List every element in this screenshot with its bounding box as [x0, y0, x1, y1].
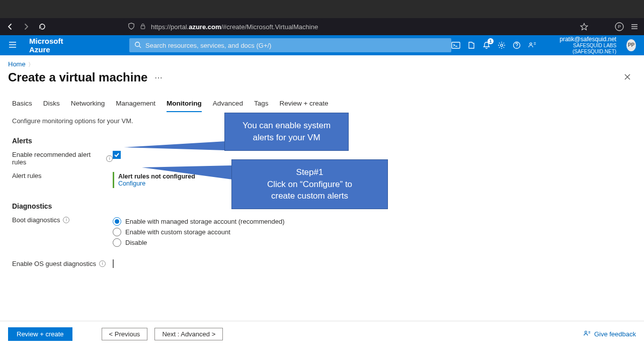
radio-label: Enable with managed storage account (rec…	[125, 218, 285, 225]
help-icon[interactable]	[513, 40, 521, 50]
shield-icon	[128, 23, 135, 31]
radio-icon	[113, 238, 121, 247]
user-email: pratik@safesquid.net	[547, 36, 616, 43]
global-search-input[interactable]	[145, 42, 446, 49]
radio-label: Enable with custom storage account	[125, 228, 230, 236]
previous-button[interactable]: < Previous	[102, 328, 148, 340]
tab-networking[interactable]: Networking	[71, 100, 105, 112]
tab-tags[interactable]: Tags	[254, 100, 269, 112]
svg-rect-0	[141, 26, 145, 29]
brand-label[interactable]: Microsoft Azure	[29, 37, 69, 54]
breadcrumb: Home 〉	[0, 55, 644, 70]
tab-management[interactable]: Management	[116, 100, 155, 112]
radio-boot-disable[interactable]: Disable	[113, 237, 632, 248]
callout-pointer-icon	[142, 165, 232, 179]
radio-boot-custom[interactable]: Enable with custom storage account	[113, 227, 632, 237]
wizard-footer: Review + create < Previous Next : Advanc…	[0, 321, 644, 347]
checkbox-os-guest-diagnostics[interactable]	[113, 259, 114, 268]
svg-point-5	[501, 44, 503, 47]
callout-text: create custom alerts	[271, 190, 348, 202]
more-actions-icon[interactable]: ⋯	[154, 73, 163, 82]
breadcrumb-home[interactable]: Home	[8, 60, 26, 68]
radio-label: Disable	[125, 239, 147, 246]
browser-tabstrip	[0, 0, 644, 18]
browser-toolbar: https://portal.azure.com/#create/Microso…	[0, 18, 644, 35]
callout-text: Click on “Configure” to	[267, 178, 352, 191]
label-boot-diagnostics: Boot diagnostics	[12, 216, 60, 224]
user-org: SAFESQUID LABS (SAFESQUID.NET)	[547, 43, 616, 55]
checkbox-enable-recommended-alerts[interactable]	[113, 151, 121, 159]
annotation-callout-enable-alerts: You can enable system alerts for your VM	[224, 113, 349, 151]
tab-disks[interactable]: Disks	[43, 100, 60, 112]
browser-address-bar[interactable]: https://portal.azure.com/#create/Microso…	[123, 20, 323, 34]
directories-icon[interactable]	[467, 40, 475, 50]
review-create-button[interactable]: Review + create	[8, 327, 72, 341]
callout-pointer-icon	[124, 141, 225, 150]
feedback-person-icon	[583, 330, 591, 338]
callout-text: You can enable system	[243, 120, 331, 132]
feedback-label: Give feedback	[594, 330, 636, 338]
account-icon[interactable]: P	[614, 21, 625, 32]
settings-gear-icon[interactable]	[498, 40, 506, 50]
url-text: https://portal.azure.com/#create/Microso…	[151, 23, 318, 31]
svg-point-7	[530, 43, 532, 45]
notifications-icon[interactable]: 1	[482, 40, 491, 50]
tab-monitoring[interactable]: Monitoring	[167, 100, 202, 112]
page-title: Create a virtual machine	[8, 70, 147, 84]
feedback-icon[interactable]	[528, 40, 537, 50]
info-icon[interactable]: i	[63, 217, 69, 223]
lock-icon	[140, 23, 146, 31]
notification-badge: 1	[488, 38, 494, 44]
next-button[interactable]: Next : Advanced >	[154, 328, 223, 340]
label-alert-rules: Alert rules	[12, 172, 42, 179]
callout-text: Step#1	[296, 166, 324, 178]
browser-back-button[interactable]	[4, 21, 16, 33]
radio-icon	[113, 228, 121, 236]
close-icon[interactable]	[624, 72, 631, 83]
give-feedback-link[interactable]: Give feedback	[583, 330, 636, 338]
tab-advanced[interactable]: Advanced	[213, 100, 243, 112]
cloud-shell-icon[interactable]	[451, 40, 460, 50]
svg-point-3	[135, 42, 140, 46]
global-search[interactable]	[129, 38, 451, 52]
azure-header: Microsoft Azure 1 pratik@safesquid.net S…	[0, 35, 644, 55]
label-enable-recommended-alerts: Enable recommended alert rules	[12, 151, 103, 166]
callout-text: alerts for your VM	[253, 132, 320, 144]
browser-forward-button[interactable]	[20, 21, 32, 33]
bookmark-star-icon[interactable]	[579, 21, 590, 32]
avatar[interactable]: PP	[626, 39, 636, 51]
svg-text:P: P	[618, 24, 621, 29]
radio-boot-managed[interactable]: Enable with managed storage account (rec…	[113, 216, 632, 227]
user-account-block[interactable]: pratik@safesquid.net SAFESQUID LABS (SAF…	[547, 36, 616, 55]
search-icon	[134, 41, 141, 50]
svg-point-8	[585, 331, 587, 333]
browser-reload-button[interactable]	[36, 21, 48, 33]
info-icon[interactable]: i	[99, 260, 106, 267]
radio-icon	[113, 217, 121, 226]
browser-menu-icon[interactable]	[629, 21, 640, 32]
svg-rect-4	[452, 42, 460, 48]
wizard-tabs: Basics Disks Networking Management Monit…	[0, 90, 644, 112]
chevron-right-icon: 〉	[28, 61, 34, 67]
info-icon[interactable]: i	[106, 155, 113, 162]
menu-hamburger-icon[interactable]	[8, 40, 17, 50]
tab-basics[interactable]: Basics	[12, 100, 32, 112]
label-os-guest-diagnostics: Enable OS guest diagnostics	[12, 260, 96, 267]
annotation-callout-configure: Step#1 Click on “Configure” to create cu…	[231, 159, 388, 209]
tab-review-create[interactable]: Review + create	[279, 100, 328, 112]
